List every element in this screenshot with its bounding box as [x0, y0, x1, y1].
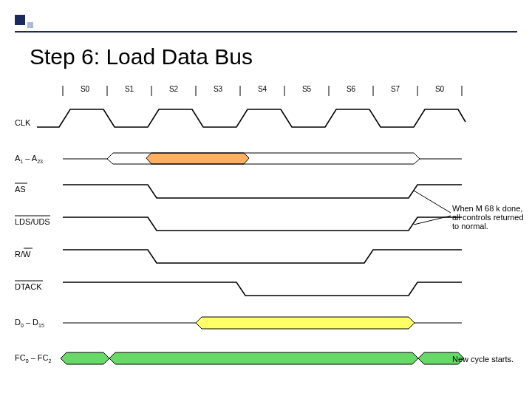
svg-text:AS: AS [15, 185, 26, 194]
svg-text:S2: S2 [169, 85, 179, 93]
slide-bullet-decoration [15, 15, 33, 28]
svg-marker-38 [109, 352, 418, 364]
fc-waveform [61, 352, 464, 364]
rw-label: R/W [15, 248, 33, 259]
svg-marker-20 [146, 153, 249, 164]
svg-text:S6: S6 [347, 85, 356, 93]
svg-text:DTACK: DTACK [15, 282, 42, 291]
title-divider [15, 31, 517, 33]
data-waveform [63, 317, 462, 329]
clk-waveform [37, 109, 466, 127]
clk-label: CLK [15, 118, 31, 127]
ldsuds-label: LDS/UDS [15, 216, 50, 226]
state-labels: S0 S1 S2 S3 S4 S5 S6 S7 S0 [81, 85, 445, 93]
rw-waveform [63, 250, 462, 263]
as-waveform [63, 185, 462, 198]
addr-label: A1 – A23 [15, 154, 43, 164]
svg-text:FC0 – FC2: FC0 – FC2 [15, 353, 51, 364]
callout-lines [414, 191, 451, 225]
svg-marker-37 [61, 352, 109, 364]
data-label: D0 – D15 [15, 318, 44, 328]
svg-text:S4: S4 [258, 85, 267, 93]
svg-text:LDS/UDS: LDS/UDS [15, 217, 50, 226]
addr-waveform [63, 153, 462, 164]
svg-text:S0: S0 [81, 85, 90, 93]
svg-text:When M 68 k done,: When M 68 k done, [452, 204, 522, 213]
svg-text:S3: S3 [214, 85, 223, 93]
svg-text:to normal.: to normal. [452, 222, 488, 231]
as-label: AS [15, 183, 27, 194]
svg-line-25 [414, 191, 451, 213]
svg-text:D0 – D15: D0 – D15 [15, 318, 44, 328]
annotation-done: When M 68 k done, all controls returned … [452, 204, 524, 231]
ldsuds-waveform [63, 217, 462, 231]
fc-label: FC0 – FC2 [15, 353, 51, 364]
dtack-waveform [63, 282, 462, 296]
svg-text:all controls returned: all controls returned [452, 213, 524, 222]
annotation-newcycle: New cycle starts. [452, 355, 514, 364]
dtack-label: DTACK [15, 281, 43, 291]
svg-text:S1: S1 [125, 85, 134, 93]
svg-text:S5: S5 [302, 85, 312, 93]
svg-text:R/W: R/W [15, 250, 31, 259]
svg-marker-35 [196, 317, 415, 329]
slide-title: Step 6: Load Data Bus [30, 44, 253, 69]
timing-diagram: S0 S1 S2 S3 S4 S5 S6 S7 S0 CLK [0, 81, 532, 384]
svg-text:S7: S7 [391, 85, 400, 93]
svg-text:A1 – A23: A1 – A23 [15, 154, 43, 164]
svg-text:S0: S0 [435, 85, 445, 93]
